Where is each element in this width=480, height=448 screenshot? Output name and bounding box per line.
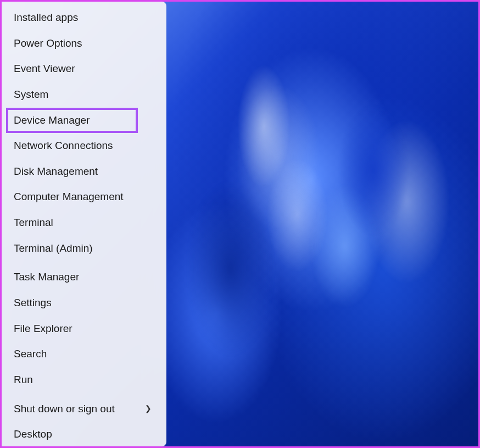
menu-item-run[interactable]: Run [2,367,166,393]
menu-item-shut-down-or-sign-out[interactable]: Shut down or sign out ❯ [2,396,166,422]
menu-item-label: Installed apps [14,10,78,25]
menu-item-label: Terminal (Admin) [14,241,93,256]
menu-item-label: Power Options [14,36,82,51]
menu-item-label: Terminal [14,215,53,230]
menu-item-label: Shut down or sign out [14,402,115,416]
menu-item-disk-management[interactable]: Disk Management [2,159,166,185]
menu-item-installed-apps[interactable]: Installed apps [2,5,166,31]
menu-item-label: Disk Management [14,164,98,179]
menu-item-label: Computer Management [14,190,124,204]
menu-item-label: System [14,87,48,102]
menu-item-label: Task Manager [14,270,79,284]
menu-item-label: Event Viewer [14,62,75,76]
menu-item-label: Desktop [14,427,52,441]
menu-item-terminal[interactable]: Terminal [2,210,166,236]
menu-item-network-connections[interactable]: Network Connections [2,133,166,159]
menu-item-file-explorer[interactable]: File Explorer [2,316,166,342]
menu-item-label: File Explorer [14,322,72,336]
menu-item-label: Search [14,347,47,361]
menu-item-label: Run [14,373,33,387]
menu-item-desktop[interactable]: Desktop [2,422,166,447]
menu-item-device-manager[interactable]: Device Manager [2,108,166,134]
winx-context-menu: Installed apps Power Options Event Viewe… [2,2,166,446]
menu-item-system[interactable]: System [2,82,166,108]
menu-item-power-options[interactable]: Power Options [2,31,166,57]
menu-item-event-viewer[interactable]: Event Viewer [2,56,166,82]
menu-item-label: Network Connections [14,139,113,153]
menu-item-task-manager[interactable]: Task Manager [2,264,166,290]
menu-item-computer-management[interactable]: Computer Management [2,184,166,210]
menu-item-label: Settings [14,296,52,310]
menu-item-label: Device Manager [14,113,90,128]
menu-item-terminal-admin[interactable]: Terminal (Admin) [2,236,166,262]
menu-item-settings[interactable]: Settings [2,290,166,316]
chevron-right-icon: ❯ [145,403,152,414]
menu-item-search[interactable]: Search [2,341,166,367]
